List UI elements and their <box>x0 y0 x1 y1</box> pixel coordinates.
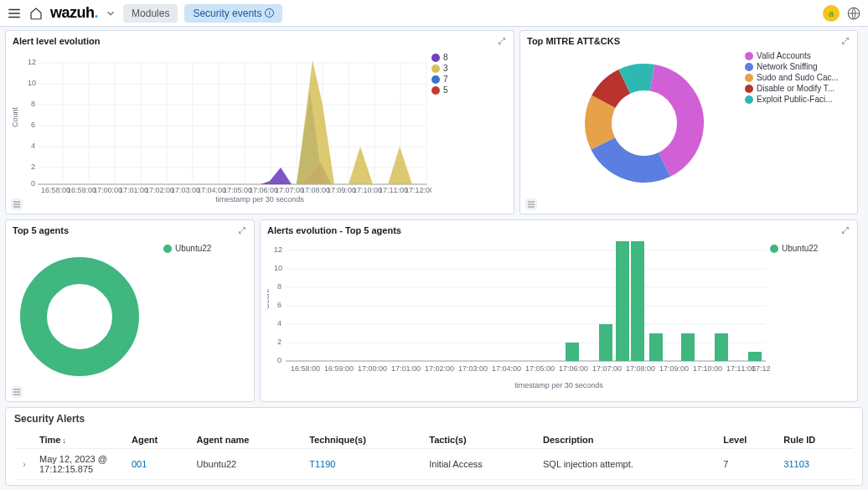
col-technique[interactable]: Technique(s) <box>304 431 424 449</box>
table-title: Security Alerts <box>14 413 854 425</box>
svg-text:17:00:00: 17:00:00 <box>93 186 122 194</box>
svg-text:17:05:00: 17:05:00 <box>223 186 252 194</box>
svg-text:17:04:00: 17:04:00 <box>197 186 226 194</box>
svg-text:16:58:00: 16:58:00 <box>291 364 320 373</box>
sort-desc-icon: ↓ <box>62 436 66 445</box>
panel-top-mitre: Top MITRE ATT&CKS Valid Accounts Network… <box>519 30 858 214</box>
svg-rect-68 <box>616 241 629 361</box>
svg-text:12: 12 <box>274 245 282 254</box>
topbar: wazuh. Modules Security events i a <box>0 0 868 27</box>
cell-rule-id-link[interactable]: 31103 <box>783 459 809 469</box>
svg-rect-66 <box>566 343 579 361</box>
breadcrumb-security-events[interactable]: Security events i <box>184 4 282 23</box>
col-level[interactable]: Level <box>718 431 778 449</box>
svg-text:0: 0 <box>277 356 282 364</box>
svg-text:6: 6 <box>277 301 282 309</box>
svg-text:17:09:00: 17:09:00 <box>327 186 356 194</box>
svg-rect-71 <box>681 333 695 361</box>
expand-icon[interactable] <box>840 225 850 235</box>
col-tactic[interactable]: Tactic(s) <box>424 431 538 449</box>
cell-agent-name: Ubuntu22 <box>192 449 305 480</box>
svg-text:8: 8 <box>31 100 35 108</box>
menu-icon[interactable] <box>7 6 22 21</box>
expand-icon[interactable] <box>497 36 507 46</box>
panel-alerts-evolution: Alerts evolution - Top 5 agents 12108642… <box>260 219 858 402</box>
svg-text:Count: Count <box>267 288 271 309</box>
expand-icon[interactable] <box>237 225 247 235</box>
svg-text:17:12:00: 17:12:00 <box>405 186 431 194</box>
breadcrumb-modules[interactable]: Modules <box>123 4 178 23</box>
svg-text:17:00:00: 17:00:00 <box>358 364 387 373</box>
svg-text:16:59:00: 16:59:00 <box>67 186 96 194</box>
table-options-icon[interactable] <box>525 199 537 210</box>
cell-time: May 12, 2023 @ 17:12:15.875 <box>34 449 127 480</box>
svg-text:17:03:00: 17:03:00 <box>171 186 200 194</box>
svg-text:4: 4 <box>31 142 35 150</box>
svg-text:2: 2 <box>31 162 35 171</box>
panel-title: Alert level evolution <box>13 36 507 46</box>
svg-rect-67 <box>599 324 612 361</box>
alerts-evolution-chart: 121086420 16:58:001 <box>267 237 770 386</box>
table-row: › May 12, 2023 @ 17:12:15.875 001 Ubuntu… <box>14 449 854 480</box>
svg-text:8: 8 <box>277 282 282 291</box>
cell-description: SQL injection attempt. <box>538 449 718 480</box>
svg-text:17:10:00: 17:10:00 <box>353 186 382 194</box>
svg-text:17:11:00: 17:11:00 <box>379 186 408 194</box>
svg-rect-69 <box>631 241 644 361</box>
svg-rect-72 <box>715 333 728 361</box>
svg-text:17:10:00: 17:10:00 <box>693 364 722 373</box>
cell-tactic: Initial Access <box>424 449 538 480</box>
svg-text:12: 12 <box>28 58 36 66</box>
expand-icon[interactable] <box>840 36 850 46</box>
svg-text:4: 4 <box>277 319 282 328</box>
mitre-legend: Valid Accounts Network Sniffing Sudo and… <box>745 48 839 199</box>
info-icon[interactable]: i <box>265 8 274 18</box>
cell-agent-link[interactable]: 001 <box>132 459 147 469</box>
svg-text:17:07:00: 17:07:00 <box>592 364 622 373</box>
col-rule-id[interactable]: Rule ID <box>778 431 854 449</box>
svg-text:Count: Count <box>13 106 19 127</box>
svg-text:17:06:00: 17:06:00 <box>559 364 588 373</box>
alert-level-legend: 8 3 7 5 <box>431 48 448 199</box>
panel-title: Top 5 agents <box>13 225 247 235</box>
panel-security-alerts: Security Alerts Time↓ Agent Agent name T… <box>5 407 863 486</box>
svg-text:17:02:00: 17:02:00 <box>145 186 174 194</box>
col-agent[interactable]: Agent <box>127 431 192 449</box>
chevron-down-icon[interactable] <box>105 8 116 19</box>
svg-text:10: 10 <box>28 79 36 87</box>
col-time[interactable]: Time↓ <box>34 431 127 449</box>
cell-technique-link[interactable]: T1190 <box>309 459 335 469</box>
expand-row-icon[interactable]: › <box>14 449 34 480</box>
svg-text:17:01:00: 17:01:00 <box>391 364 421 373</box>
panel-title: Alerts evolution - Top 5 agents <box>267 225 850 235</box>
svg-text:17:08:00: 17:08:00 <box>301 186 330 194</box>
svg-text:0: 0 <box>31 179 35 188</box>
globe-icon[interactable] <box>846 6 861 21</box>
svg-text:2: 2 <box>277 338 282 346</box>
table-options-icon[interactable] <box>11 386 23 398</box>
panel-alert-level-evolution: Alert level evolution 121086420 <box>5 30 514 214</box>
panel-title: Top MITRE ATT&CKS <box>527 36 850 46</box>
svg-text:16:58:00: 16:58:00 <box>41 186 70 194</box>
table-options-icon[interactable] <box>11 199 23 210</box>
avatar[interactable]: a <box>823 5 840 22</box>
cell-level: 7 <box>718 449 778 480</box>
svg-text:17:07:00: 17:07:00 <box>275 186 304 194</box>
home-icon[interactable] <box>28 6 44 21</box>
svg-text:6: 6 <box>31 121 35 129</box>
svg-text:16:59:00: 16:59:00 <box>324 364 354 373</box>
svg-text:17:12:00: 17:12:00 <box>752 364 770 373</box>
col-agent-name[interactable]: Agent name <box>192 431 305 449</box>
svg-text:17:03:00: 17:03:00 <box>458 364 488 373</box>
alert-level-chart: 121086420 16:58:0 <box>13 48 431 199</box>
top5-donut-chart <box>13 237 163 384</box>
svg-text:17:08:00: 17:08:00 <box>626 364 655 373</box>
col-description[interactable]: Description <box>538 431 718 449</box>
svg-text:17:04:00: 17:04:00 <box>492 364 521 373</box>
svg-text:17:06:00: 17:06:00 <box>249 186 278 194</box>
security-alerts-table: Time↓ Agent Agent name Technique(s) Tact… <box>14 431 854 480</box>
svg-text:17:02:00: 17:02:00 <box>425 364 454 373</box>
top5-legend: Ubuntu22 <box>163 237 211 384</box>
logo: wazuh. <box>50 4 98 22</box>
svg-text:17:01:00: 17:01:00 <box>119 186 148 194</box>
